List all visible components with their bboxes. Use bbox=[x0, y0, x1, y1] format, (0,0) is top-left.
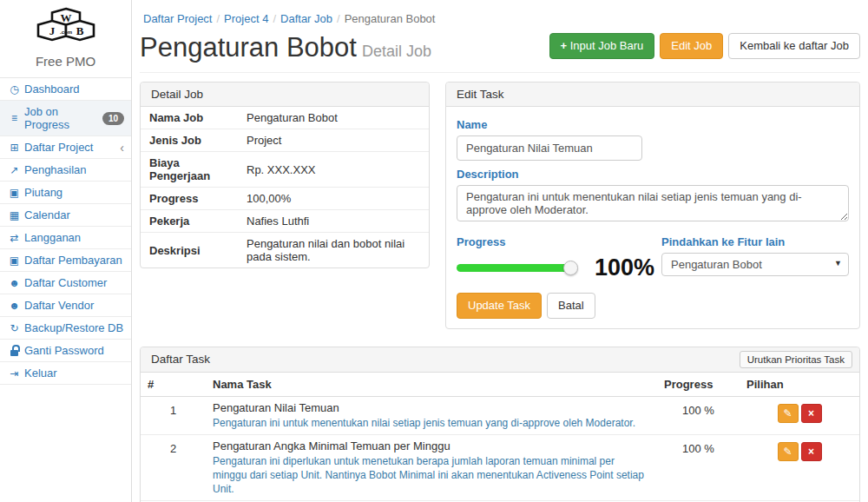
brand-text: Free PMO bbox=[0, 54, 131, 69]
delete-task-row-button[interactable]: × bbox=[801, 442, 822, 461]
input-job-baru-button[interactable]: + Input Job Baru bbox=[549, 33, 655, 59]
detail-job-panel-title: Detail Job bbox=[141, 83, 429, 107]
task-table-header-row: # Nama Task Progress Pilihan bbox=[141, 373, 859, 397]
move-feature-label: Pindahkan ke Fitur lain bbox=[661, 235, 849, 248]
sidebar-item-job-on-progress[interactable]: ≡ Job on Progress 10 bbox=[0, 101, 131, 136]
edit-task-row-button[interactable]: ✎ bbox=[778, 442, 799, 461]
task-description: Pengaturan ini diperlukan untuk menetuka… bbox=[213, 454, 650, 497]
column-pilihan: Pilihan bbox=[740, 373, 859, 397]
edit-task-panel-title: Edit Task bbox=[446, 83, 859, 107]
sidebar-item-daftar-pembayaran[interactable]: ▣ Daftar Pembayaran bbox=[0, 249, 131, 272]
calendar-icon: ▦ bbox=[7, 209, 22, 221]
page-title: Pengaturan Bobot bbox=[140, 32, 357, 63]
dashboard-icon: ◷ bbox=[7, 83, 22, 96]
lock-icon bbox=[7, 345, 22, 357]
sidebar-item-daftar-vendor[interactable]: ☻ Daftar Vendor bbox=[0, 294, 131, 317]
sidebar-item-label: Backup/Restore DB bbox=[24, 321, 123, 334]
edit-task-row-button[interactable]: ✎ bbox=[778, 404, 799, 423]
money-icon: ▣ bbox=[7, 187, 22, 199]
sidebar-item-dashboard[interactable]: ◷ Dashboard bbox=[0, 78, 131, 101]
sidebar-item-label: Daftar Project bbox=[24, 141, 93, 154]
sidebar-item-keluar[interactable]: ⇥ Keluar bbox=[0, 362, 131, 385]
column-nama-task: Nama Task bbox=[206, 373, 657, 397]
sidebar-item-label: Ganti Password bbox=[24, 344, 104, 357]
detail-row: Jenis Job Project bbox=[141, 129, 429, 152]
svg-text:W: W bbox=[60, 11, 71, 24]
edit-icon: ✎ bbox=[783, 446, 792, 458]
chevron-left-icon: ‹ bbox=[120, 142, 124, 154]
delete-task-row-button[interactable]: × bbox=[801, 404, 822, 423]
table-icon: ⊞ bbox=[7, 142, 22, 154]
delete-icon: × bbox=[808, 446, 814, 458]
sidebar-item-langganan[interactable]: ⇄ Langganan bbox=[0, 227, 131, 249]
breadcrumb-link-daftar-job[interactable]: Daftar Job bbox=[280, 12, 332, 25]
edit-job-button[interactable]: Edit Job bbox=[660, 33, 723, 59]
task-row: 1 Pengaturan Nilai Temuan Pengaturan ini… bbox=[141, 396, 859, 434]
urutkan-prioritas-task-button[interactable]: Urutkan Prioritas Task bbox=[740, 351, 852, 368]
sidebar-item-label: Daftar Pembayaran bbox=[24, 254, 122, 267]
sidebar-item-calendar[interactable]: ▦ Calendar bbox=[0, 204, 131, 227]
kembali-ke-daftar-job-button[interactable]: Kembali ke daftar Job bbox=[728, 33, 860, 59]
detail-row: Pekerja Nafies Luthfi bbox=[141, 210, 429, 233]
breadcrumb-link-daftar-project[interactable]: Daftar Project bbox=[143, 12, 212, 25]
svg-text:J: J bbox=[49, 24, 55, 37]
refresh-icon: ↻ bbox=[7, 322, 22, 334]
progress-label: Progress bbox=[457, 235, 661, 248]
sidebar-item-ganti-password[interactable]: Ganti Password bbox=[0, 340, 131, 362]
sidebar-item-label: Job on Progress bbox=[24, 105, 102, 131]
sidebar-item-label: Piutang bbox=[24, 186, 62, 199]
breadcrumb-link-project-4[interactable]: Project 4 bbox=[224, 12, 268, 25]
task-row: 2 Pengaturan Angka Minimal Temuan per Mi… bbox=[141, 434, 859, 501]
sidebar-item-piutang[interactable]: ▣ Piutang bbox=[0, 182, 131, 204]
progress-slider-handle[interactable] bbox=[563, 261, 578, 275]
task-description: Pengaturan ini untuk menentukan nilai se… bbox=[213, 416, 650, 430]
detail-value: Rp. XXX.XXX bbox=[238, 152, 429, 188]
sidebar-item-daftar-customer[interactable]: ☻ Daftar Customer bbox=[0, 272, 131, 294]
detail-row: Progress 100,00% bbox=[141, 188, 429, 210]
sidebar-item-label: Calendar bbox=[24, 208, 70, 221]
task-name: Pengaturan Nilai Temuan bbox=[213, 401, 650, 414]
chart-icon: ↗ bbox=[7, 164, 22, 176]
progress-percent: 100% bbox=[595, 256, 654, 280]
tasks-icon: ≡ bbox=[7, 112, 22, 124]
task-description-textarea[interactable]: Pengaturan ini untuk menentukan nilai se… bbox=[457, 185, 849, 221]
task-num: 1 bbox=[141, 396, 206, 434]
move-feature-select[interactable]: Pengaturan Bobot bbox=[661, 253, 849, 276]
batal-button[interactable]: Batal bbox=[547, 293, 595, 319]
detail-job-panel: Detail Job Nama Job Pengaturan Bobot Jen… bbox=[140, 82, 430, 268]
name-label: Name bbox=[457, 118, 849, 131]
detail-value: Pengaturan nilai dan bobot nilai pada si… bbox=[238, 233, 429, 268]
sidebar-item-label: Penghasilan bbox=[24, 163, 87, 176]
detail-job-table: Nama Job Pengaturan Bobot Jenis Job Proj… bbox=[141, 107, 429, 268]
sidebar-item-penghasilan[interactable]: ↗ Penghasilan bbox=[0, 159, 131, 182]
progress-slider[interactable] bbox=[457, 264, 574, 272]
task-table: # Nama Task Progress Pilihan 1 Pengatura… bbox=[141, 373, 859, 502]
column-num: # bbox=[141, 373, 206, 397]
sidebar-item-label: Keluar bbox=[24, 367, 57, 380]
edit-task-panel: Edit Task Name Description Pengaturan in… bbox=[445, 82, 860, 329]
svg-text:.com: .com bbox=[59, 30, 71, 35]
page-header: Pengaturan BobotDetail Job + Input Job B… bbox=[140, 30, 860, 73]
main-content: Daftar Project/Project 4/Daftar Job/Peng… bbox=[132, 0, 868, 502]
task-name-input[interactable] bbox=[457, 135, 642, 161]
svg-text:B: B bbox=[76, 24, 83, 37]
users-icon: ☻ bbox=[7, 277, 22, 289]
column-progress: Progress bbox=[657, 373, 740, 397]
sidebar-item-backup-restore-db[interactable]: ↻ Backup/Restore DB bbox=[0, 317, 131, 340]
sidebar-item-label: Dashboard bbox=[24, 83, 80, 96]
users-icon: ☻ bbox=[7, 300, 22, 312]
sidebar: W J B .com Free PMO ◷ Dashboard ≡ Job on… bbox=[0, 0, 132, 502]
breadcrumb-current: Pengaturan Bobot bbox=[345, 12, 436, 25]
sidebar-item-label: Langganan bbox=[24, 231, 81, 244]
breadcrumb-separator: / bbox=[216, 12, 220, 25]
task-progress: 100 % bbox=[657, 434, 740, 501]
retweet-icon: ⇄ bbox=[7, 232, 22, 244]
daftar-task-panel-title: Daftar Task bbox=[151, 353, 210, 366]
sidebar-item-daftar-project[interactable]: ⊞ Daftar Project ‹ bbox=[0, 136, 131, 159]
detail-row: Nama Job Pengaturan Bobot bbox=[141, 107, 429, 129]
sidebar-item-label: Daftar Vendor bbox=[24, 299, 94, 312]
jwb-logo-icon: W J B .com bbox=[26, 7, 106, 45]
update-task-button[interactable]: Update Task bbox=[457, 293, 542, 319]
signout-icon: ⇥ bbox=[7, 367, 22, 380]
breadcrumb-separator: / bbox=[273, 12, 276, 25]
